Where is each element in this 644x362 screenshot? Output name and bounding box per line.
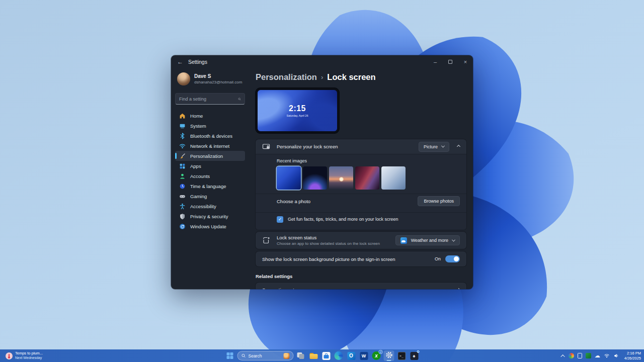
sidebar-item-apps[interactable]: Apps — [175, 161, 245, 171]
maximize-icon — [448, 60, 452, 64]
app-title: Settings — [188, 59, 207, 65]
personalize-expanded-body: Recent images Choose a photo B — [256, 154, 466, 230]
home-icon — [179, 113, 186, 119]
sidebar-item-accounts[interactable]: Accounts — [175, 171, 245, 181]
minimize-button[interactable]: – — [428, 55, 443, 68]
sidebar-item-label: Network & internet — [190, 143, 229, 149]
task-view-button[interactable] — [296, 350, 306, 361]
settings-search[interactable] — [175, 93, 245, 105]
clock[interactable]: 2:16 PM 4/26/2025 — [624, 351, 641, 361]
chevron-right-icon — [457, 288, 460, 289]
onedrive-cloud-icon[interactable]: ☁ — [595, 353, 600, 358]
search-input[interactable] — [179, 97, 238, 102]
solitaire-button[interactable]: ♠ — [409, 350, 420, 361]
terminal-button[interactable]: >_ — [396, 350, 407, 361]
accessibility-icon — [179, 203, 186, 210]
status-app-dropdown[interactable]: Weather and more — [395, 235, 460, 245]
signin-background-toggle[interactable] — [445, 255, 460, 262]
screen-timeout-label: Screen timeout — [262, 287, 294, 290]
microsoft-store-icon — [322, 352, 330, 360]
sidebar-item-network-internet[interactable]: Network & internet — [175, 141, 245, 151]
chevron-right-icon: › — [321, 73, 323, 81]
sidebar-item-label: Personalization — [190, 153, 223, 159]
browse-photos-button[interactable]: Browse photos — [418, 196, 460, 206]
outlook-button[interactable]: O — [346, 350, 357, 361]
widgets-button[interactable]: Temps to plum... Next Wednesday — [3, 349, 45, 362]
tray-time: 2:16 PM — [624, 351, 641, 356]
sidebar-item-windows-update[interactable]: Windows Update — [175, 221, 245, 231]
recent-image-thumbnail-1[interactable] — [277, 166, 301, 190]
recent-image-thumbnail-5[interactable] — [381, 166, 406, 190]
page-title: Lock screen — [327, 72, 375, 82]
recent-image-thumbnail-2[interactable] — [303, 166, 327, 190]
fun-facts-label: Get fun facts, tips, tricks, and more on… — [288, 217, 398, 222]
file-explorer-button[interactable] — [308, 350, 319, 361]
sidebar-item-time-language[interactable]: Time & language — [175, 181, 245, 191]
sidebar-item-gaming[interactable]: Gaming — [175, 191, 245, 201]
sidebar-item-personalization[interactable]: Personalization — [175, 151, 245, 161]
sidebar-item-label: Accounts — [190, 173, 210, 179]
profile-email: dshanaha23@hotmail.com — [194, 80, 242, 84]
signin-background-card: Show the lock screen background picture … — [256, 251, 466, 266]
terminal-icon: >_ — [397, 352, 406, 360]
personalize-lock-screen-card: Personalize your lock screen Picture Rec… — [256, 139, 466, 230]
time-language-icon — [179, 183, 186, 190]
microsoft-store-button[interactable] — [321, 350, 332, 361]
gear-icon — [385, 351, 393, 361]
lock-screen-status-icon — [262, 236, 270, 244]
background-type-dropdown[interactable]: Picture — [419, 142, 449, 152]
sidebar-item-accessibility[interactable]: Accessibility — [175, 201, 245, 211]
volume-icon[interactable] — [613, 353, 619, 358]
choose-photo-label: Choose a photo — [277, 199, 310, 204]
profile-name: Dave S — [194, 73, 242, 80]
user-profile[interactable]: Dave S dshanaha23@hotmail.com — [175, 71, 245, 86]
sidebar-item-bluetooth-devices[interactable]: Bluetooth & devices — [175, 131, 245, 141]
close-button[interactable]: × — [458, 55, 473, 68]
colorful-app-tray-icon[interactable] — [569, 353, 574, 358]
start-button[interactable] — [225, 350, 235, 361]
widget-subline: Next Wednesday — [15, 356, 43, 360]
lock-screen-status-card: Lock screen status Choose an app to show… — [256, 232, 466, 249]
taskbar-search[interactable]: Search — [237, 351, 294, 360]
toggle-knob — [454, 256, 459, 261]
maximize-button[interactable] — [443, 55, 458, 68]
personalize-expander-header[interactable]: Personalize your lock screen Picture — [256, 139, 466, 154]
settings-button[interactable] — [384, 350, 394, 361]
outlook-icon: O — [347, 352, 355, 360]
sidebar-item-label: Accessibility — [190, 204, 216, 209]
sidebar-item-system[interactable]: System — [175, 121, 245, 131]
sidebar-item-home[interactable]: Home — [175, 111, 245, 121]
gaming-icon — [179, 193, 186, 200]
back-button[interactable]: ← — [177, 58, 188, 65]
recent-image-thumbnail-3[interactable] — [329, 166, 353, 190]
fun-facts-checkbox[interactable]: ✓ — [277, 216, 283, 223]
breadcrumb-parent[interactable]: Personalization — [256, 72, 317, 82]
edge-button[interactable] — [334, 350, 344, 361]
related-settings-heading: Related settings — [256, 274, 466, 279]
breadcrumb: Personalization › Lock screen — [256, 72, 466, 82]
recent-image-thumbnail-4[interactable] — [355, 166, 379, 190]
wifi-icon[interactable] — [604, 353, 610, 358]
preview-date: Saturday, April 26 — [286, 114, 308, 117]
privacy-icon — [179, 213, 186, 220]
xbox-notification-badge: 2 — [379, 350, 383, 354]
chevron-down-icon — [452, 238, 455, 241]
chevron-down-icon — [441, 144, 445, 148]
word-button[interactable]: W — [359, 350, 369, 361]
background-type-value: Picture — [424, 144, 438, 149]
weather-thermometer-icon — [6, 352, 13, 359]
settings-window: ← Settings – × Dave S dshanaha23@hotmail… — [171, 55, 473, 289]
personalize-title: Personalize your lock screen — [277, 144, 338, 149]
titlebar: ← Settings – × — [171, 55, 473, 68]
search-label: Search — [249, 353, 281, 358]
edge-icon — [335, 351, 343, 360]
screen-timeout-card[interactable]: Screen timeout — [256, 283, 466, 289]
tray-overflow-button[interactable] — [562, 354, 565, 357]
sidebar-item-privacy-security[interactable]: Privacy & security — [175, 211, 245, 221]
document-tray-icon[interactable] — [578, 353, 582, 358]
settings-content: Personalization › Lock screen 2:15 Satur… — [249, 68, 473, 289]
green-app-tray-icon[interactable] — [586, 353, 591, 358]
status-subtitle: Choose an app to show detailed status on… — [277, 241, 380, 246]
xbox-button[interactable]: x2 — [371, 350, 382, 361]
taskbar: Temps to plum... Next Wednesday Search O — [0, 349, 644, 362]
